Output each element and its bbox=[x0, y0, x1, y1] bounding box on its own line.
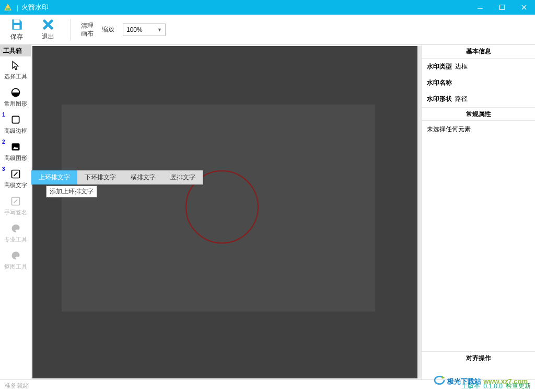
border-icon bbox=[10, 114, 21, 125]
svg-rect-6 bbox=[14, 19, 20, 23]
popup-item-horizontal[interactable]: 横排文字 bbox=[123, 170, 163, 185]
text-mode-popup: 上环排文字 下环排文字 横排文字 竖排文字 bbox=[31, 170, 203, 185]
minimize-button[interactable] bbox=[469, 0, 491, 15]
toolbox: 工具箱 选择工具 常用图形 1 高级边框 2 高级图形 3 高级文字 手写签名 bbox=[0, 45, 31, 379]
pen-icon bbox=[10, 195, 21, 207]
row-watermark-type: 水印类型 边框 bbox=[422, 59, 535, 75]
canvas-area[interactable]: 上环排文字 下环排文字 横排文字 竖排文字 添加上环排文字 bbox=[31, 45, 421, 379]
svg-rect-3 bbox=[500, 5, 505, 10]
titlebar: | 火箭水印 bbox=[0, 0, 535, 15]
save-icon bbox=[10, 18, 24, 31]
app-title: 火箭水印 bbox=[21, 3, 49, 12]
row-watermark-name: 水印名称 bbox=[422, 75, 535, 91]
tool-common-shapes[interactable]: 常用图形 bbox=[0, 84, 31, 111]
shape-icon bbox=[10, 87, 21, 98]
edit-icon bbox=[10, 168, 21, 180]
properties-panel: 基本信息 水印类型 边框 水印名称 水印形状 路径 常规属性 未选择任何元素 对… bbox=[421, 45, 535, 379]
align-ops-title: 对齐操作 bbox=[422, 351, 535, 365]
svg-rect-1 bbox=[6, 8, 10, 10]
popup-item-vertical[interactable]: 竖排文字 bbox=[163, 170, 203, 185]
tool-advanced-shape[interactable]: 2 高级图形 bbox=[0, 138, 31, 165]
image-icon bbox=[10, 141, 21, 153]
footer-logo-icon bbox=[434, 376, 445, 387]
footer-watermark: 极光下载站 www.xz7.com bbox=[434, 376, 528, 387]
exit-label: 退出 bbox=[42, 32, 54, 41]
zoom-value: 100% bbox=[126, 26, 143, 33]
cursor-icon bbox=[10, 60, 21, 71]
footer-brand: 极光下载站 bbox=[447, 377, 481, 386]
basic-info-title: 基本信息 bbox=[422, 45, 535, 59]
footer-domain: www.xz7.com bbox=[483, 377, 528, 385]
popup-item-arc-top[interactable]: 上环排文字 bbox=[31, 170, 77, 185]
svg-rect-7 bbox=[14, 25, 20, 29]
toolbox-header: 工具箱 bbox=[0, 45, 31, 56]
zoom-select[interactable]: 100% ▼ bbox=[123, 24, 166, 36]
window-controls bbox=[469, 0, 535, 15]
toolbar: 保存 退出 清理 画布 缩放 100% ▼ bbox=[0, 15, 535, 45]
tool-handwriting: 手写签名 bbox=[0, 192, 31, 220]
popup-item-arc-bottom[interactable]: 下环排文字 bbox=[77, 170, 123, 185]
tool-cutout: 抠图工具 bbox=[0, 247, 31, 274]
clear-canvas-button[interactable]: 清理 画布 bbox=[81, 22, 94, 38]
common-props-text: 未选择任何元素 bbox=[422, 121, 535, 138]
svg-rect-11 bbox=[12, 116, 19, 123]
status-ready: 准备就绪 bbox=[4, 382, 29, 390]
palette-icon-2 bbox=[10, 250, 21, 261]
svg-rect-12 bbox=[11, 143, 19, 150]
vertical-scrollbar[interactable] bbox=[417, 46, 421, 378]
save-button[interactable]: 保存 bbox=[5, 16, 28, 43]
tool-advanced-text[interactable]: 3 高级文字 bbox=[0, 165, 31, 192]
tool-advanced-border[interactable]: 1 高级边框 bbox=[0, 111, 31, 138]
tool-select[interactable]: 选择工具 bbox=[0, 56, 31, 84]
common-props-title: 常规属性 bbox=[422, 107, 535, 121]
close-button[interactable] bbox=[513, 0, 535, 15]
svg-marker-16 bbox=[442, 376, 445, 378]
palette-icon bbox=[10, 223, 21, 234]
exit-button[interactable]: 退出 bbox=[37, 16, 60, 43]
toolbar-separator bbox=[70, 19, 71, 41]
chevron-down-icon: ▼ bbox=[157, 27, 162, 32]
panel-spacer bbox=[422, 138, 535, 351]
tool-pro: 专业工具 bbox=[0, 220, 31, 247]
app-icon bbox=[3, 3, 13, 12]
zoom-label: 缩放 bbox=[102, 25, 114, 34]
exit-icon bbox=[41, 18, 55, 31]
main-area: 工具箱 选择工具 常用图形 1 高级边框 2 高级图形 3 高级文字 手写签名 bbox=[0, 45, 535, 379]
row-watermark-shape: 水印形状 路径 bbox=[422, 91, 535, 107]
tooltip: 添加上环排文字 bbox=[46, 186, 97, 198]
maximize-button[interactable] bbox=[491, 0, 513, 15]
save-label: 保存 bbox=[10, 32, 23, 41]
title-divider: | bbox=[17, 4, 18, 11]
